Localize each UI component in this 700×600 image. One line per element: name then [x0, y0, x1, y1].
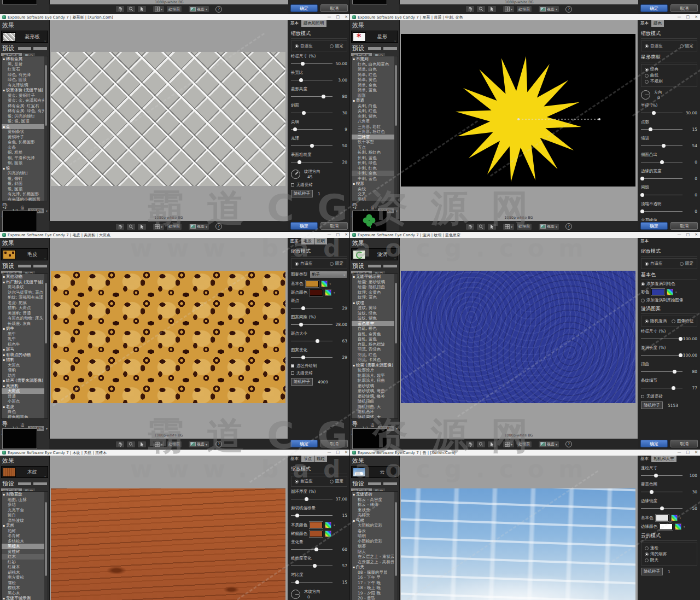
slider-track[interactable]: [291, 113, 332, 113]
preset-item[interactable]: 红宝石: [2, 67, 48, 72]
preview-background[interactable]: 1080p-white BG: [49, 20, 288, 221]
cursor-tool-button[interactable]: [487, 223, 497, 230]
preset-item[interactable]: 中刺, 蓝色: [352, 176, 398, 182]
maximize-button[interactable]: □: [686, 451, 690, 455]
before-view-button[interactable]: 处理前: [166, 5, 182, 13]
preset-group[interactable]: 无缝平铺示例: [2, 596, 48, 600]
preset-item[interactable]: 三叶草: [352, 135, 398, 140]
preset-item[interactable]: 猎豹: 大斑点: [2, 305, 48, 311]
ok-button[interactable]: 确定: [290, 440, 318, 447]
slider-handle[interactable]: [301, 356, 305, 359]
radio-option[interactable]: 自适应: [645, 43, 663, 49]
radio-option[interactable]: 固定: [330, 261, 343, 266]
slider-track[interactable]: [641, 355, 681, 356]
slider-track[interactable]: [291, 129, 332, 130]
preset-item[interactable]: 稀有金属: 绿色, 有光泽: [2, 108, 48, 114]
preset-item[interactable]: 磨砂玻璃: [352, 383, 398, 389]
radio-option[interactable]: 经典: [645, 67, 693, 72]
cancel-button[interactable]: 取消: [670, 222, 698, 230]
slider-handle[interactable]: [679, 353, 682, 357]
preset-item[interactable]: 自乱, 蓝色: [352, 336, 398, 342]
slider-track[interactable]: [291, 582, 332, 582]
preview-background[interactable]: 1080p-white BG: [399, 456, 638, 600]
color-picker-icon[interactable]: [325, 522, 331, 528]
color-swatch[interactable]: [310, 289, 323, 296]
preset-item[interactable]: 柏树: [2, 528, 48, 534]
slider-track[interactable]: [641, 492, 682, 492]
settings-tab[interactable]: 颗粒: [314, 456, 327, 462]
slider-track[interactable]: [641, 178, 682, 179]
preset-item[interactable]: 黄铜条状: [2, 129, 48, 135]
scrollbar-thumb[interactable]: [45, 502, 47, 575]
preset-item[interactable]: 长刺, 蓝色: [352, 155, 398, 161]
radio-option[interactable]: 曲线: [645, 73, 693, 78]
maximize-button[interactable]: □: [336, 233, 340, 237]
view-menu-button[interactable]: 视图▾: [538, 5, 559, 13]
preset-item[interactable]: 绿色, 有光泽: [2, 72, 48, 78]
preview-image-diamond-plate[interactable]: [51, 52, 285, 186]
scrollbar[interactable]: [394, 274, 398, 418]
slider-track[interactable]: [291, 145, 332, 146]
preset-item[interactable]: 黄檀树: [2, 549, 48, 555]
preview-image-clouds[interactable]: [401, 488, 635, 600]
preset-save-icon[interactable]: [18, 47, 32, 50]
preset-item[interactable]: 羽流, 卡其色: [352, 357, 398, 363]
preset-item[interactable]: 金色, 长椭圆形: [2, 139, 48, 145]
color-swatch[interactable]: [306, 281, 319, 287]
radio-option[interactable]: 不规则: [645, 79, 693, 84]
slider-track[interactable]: [291, 499, 332, 499]
slider-track[interactable]: [291, 515, 332, 516]
effect-selector[interactable]: 星形⌄: [351, 31, 398, 43]
preset-item[interactable]: 五点: [352, 145, 398, 150]
slider-track[interactable]: [291, 162, 332, 162]
preset-item[interactable]: 轮廓涂片, 超平: [352, 373, 398, 378]
preset-item[interactable]: 三角形, 彩虹: [352, 124, 398, 130]
effect-selector[interactable]: 云⌄: [351, 466, 398, 478]
preview-background[interactable]: 1080p-white BG: [49, 456, 288, 600]
color-picker-icon[interactable]: [667, 289, 673, 295]
preview-background[interactable]: 1080p-white BG: [399, 20, 638, 221]
titlebar[interactable]: Exposure Software Eye Candy 7 | 木纹 | 天然 …: [0, 450, 350, 456]
preset-list[interactable]: 无缝平铺示例绘画: 磨砂玻璃绘画: 随机扭曲纹理: 金黄色纹理: 蓝色纹理波纹,…: [351, 273, 398, 419]
radio-option[interactable]: 固定: [680, 261, 693, 266]
ok-button[interactable]: 确定: [640, 440, 668, 447]
preset-item[interactable]: 留白: [2, 512, 48, 518]
preset-item[interactable]: 在云层之上 - 束状云: [352, 554, 398, 560]
slider-handle[interactable]: [679, 337, 682, 341]
knob[interactable]: [641, 90, 650, 100]
color-picker-icon[interactable]: [325, 289, 331, 296]
color-swatch[interactable]: [310, 531, 323, 537]
preset-item[interactable]: 羽流, 红色: [352, 352, 398, 358]
random-seed-button[interactable]: 随机种子: [291, 190, 313, 197]
settings-tab[interactable]: 基本: [638, 456, 651, 462]
slider-track[interactable]: [291, 566, 332, 566]
preset-item[interactable]: 高棉云: [352, 512, 398, 518]
preset-item[interactable]: 束状云: [352, 508, 398, 513]
preset-item[interactable]: 18 - 晚上 晚: [352, 585, 398, 591]
radio-option[interactable]: 自适应: [645, 261, 663, 266]
slider-handle[interactable]: [640, 177, 644, 180]
radius-control-handle[interactable]: [517, 118, 520, 120]
preset-item[interactable]: 19 - 夕阳 晚: [352, 591, 398, 596]
preset-item[interactable]: 黑, 反射: [2, 62, 48, 67]
preset-item[interactable]: 美洲豹: 普通: [2, 311, 48, 316]
slider-track[interactable]: [641, 475, 682, 476]
cursor-tool-button[interactable]: [137, 441, 147, 448]
preset-item[interactable]: 轮廓涂片, 扭曲: [352, 378, 398, 383]
preset-item[interactable]: 交叉: [352, 191, 398, 197]
maximize-button[interactable]: □: [686, 15, 690, 19]
hand-tool-button[interactable]: [465, 441, 475, 448]
slider-handle[interactable]: [640, 193, 644, 197]
preset-item[interactable]: 红橡木: [2, 564, 48, 570]
settings-tab[interactable]: 毛发: [301, 238, 314, 244]
preset-item[interactable]: 雪松: [2, 580, 48, 586]
preset-group[interactable]: 白天: [352, 564, 398, 570]
slider-handle[interactable]: [314, 547, 318, 551]
cancel-button[interactable]: 取消: [670, 440, 698, 447]
scrollbar[interactable]: [394, 492, 398, 600]
preset-item[interactable]: 银, 铆钉: [2, 176, 48, 182]
zoom-tool-button[interactable]: [476, 441, 486, 448]
slider-handle[interactable]: [313, 564, 317, 568]
dropdown-select[interactable]: 豹子▾: [310, 271, 347, 278]
preset-item[interactable]: 尖锐: [352, 187, 398, 192]
